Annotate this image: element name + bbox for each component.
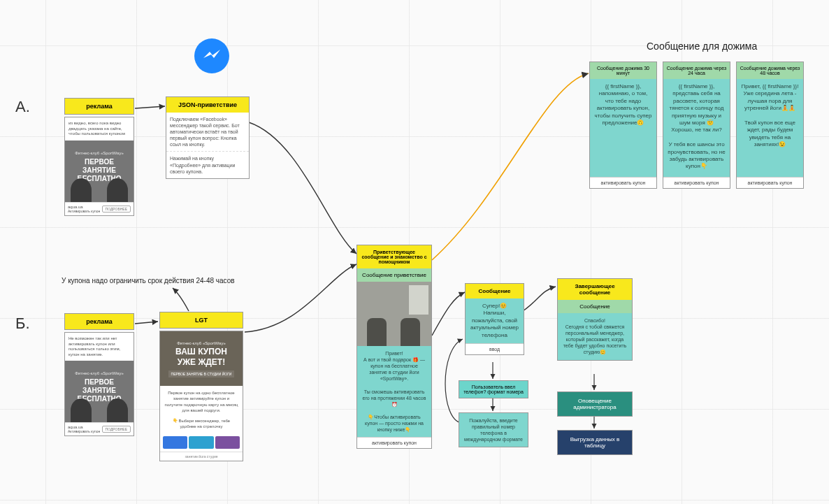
welcome-sub: Сообщение приветствие (357, 268, 431, 282)
push-24h-button[interactable]: активировать купон (663, 177, 730, 188)
json-p1: Подключаем «Facebook» мессенджер такой с… (166, 113, 249, 151)
push-48h-button[interactable]: активировать купон (737, 177, 803, 188)
coupon-note: У купона надо ограничить срок действия 2… (62, 277, 235, 285)
ad-b-more-button[interactable]: ПОДРОБНЕЕ (102, 426, 131, 433)
lgt-hero: Фитнес-клуб «SportWay» ВАШ КУПОН УЖЕ ЖДЕ… (160, 331, 243, 386)
welcome-msg: Привет! А вот и твой подарок 🎁 — купон н… (357, 346, 431, 437)
final-header: Завершающее сообщение (558, 279, 632, 300)
message-input[interactable]: ввод (466, 343, 524, 354)
ad-b-promo: Фитнес-клуб «SportWay» ПЕРВОЕ ЗАНЯТИЕ БЕ… (65, 361, 134, 422)
telegram-icon[interactable] (189, 436, 213, 449)
ad-a-cta: Активировать купон (68, 209, 100, 213)
section-b-label: Б. (15, 315, 30, 333)
facebook-icon[interactable] (163, 436, 187, 449)
welcome-header: Приветствующее сообщение и знакомство с … (357, 245, 431, 268)
yoga-image (357, 282, 431, 346)
lgt-body1: Первое купон на одно бесплатное занятие … (160, 386, 243, 418)
export-data[interactable]: Выгрузка данных в таблицу (557, 430, 633, 455)
viber-icon[interactable] (215, 436, 240, 449)
final-body: Спасибо! Сегодня с тобой свяжется персон… (558, 313, 632, 360)
notify-admin[interactable]: Оповещение администратора (557, 391, 633, 417)
ad-b-header: реклама (65, 314, 134, 329)
section-a-label: А. (15, 98, 30, 116)
phone-check: Пользователь ввел телефон? формат номера (459, 380, 528, 398)
push-24h[interactable]: Сообщение дожима через 24 часа {{ firstN… (663, 62, 730, 189)
welcome-card[interactable]: Приветствующее сообщение и знакомство с … (356, 245, 432, 449)
message-card[interactable]: Сообщение Супер!😊 Напиши, пожалуйста, св… (465, 283, 524, 355)
ad-a-promo: Фитнес-клуб «SportWay» ПЕРВОЕ ЗАНЯТИЕ БЕ… (65, 141, 134, 202)
ad-b-desc: Не возможен так или нет активировать куп… (65, 333, 134, 361)
messenger-icon (194, 38, 229, 73)
json-header: JSON-приветствие (166, 97, 249, 113)
ad-a-header: реклама (65, 99, 134, 114)
push-48h[interactable]: Сообщение дожима через 48 часов Привет, … (736, 62, 804, 189)
push-30min-button[interactable]: активировать купон (590, 177, 656, 188)
final-card[interactable]: Завершающее сообщение Сообщение Спасибо!… (557, 278, 633, 361)
ad-a-desc: из видео, всего пока видео двадцать указ… (65, 117, 134, 141)
welcome-activate-button[interactable]: активировать купон (357, 437, 431, 448)
message-header: Сообщение (466, 284, 524, 298)
message-body: Супер!😊 Напиши, пожалуйста, свой актуаль… (466, 298, 524, 343)
lgt-card[interactable]: LGT Фитнес-клуб «SportWay» ВАШ КУПОН УЖЕ… (159, 312, 243, 461)
lgt-messenger-icons[interactable] (160, 433, 243, 452)
json-card[interactable]: JSON-приветствие Подключаем «Facebook» м… (166, 96, 250, 179)
ad-b-card[interactable]: реклама Не возможен так или нет активиро… (64, 313, 134, 436)
ad-a-card[interactable]: реклама из видео, всего пока видео двадц… (64, 98, 134, 216)
push-30min[interactable]: Сообщение дожима 30 минут {{ firstName }… (589, 62, 657, 189)
lgt-body2: 👇 Выбери мессенджер, тебе удобнее на стр… (160, 418, 243, 434)
lgt-footer: занятие йога студия (160, 452, 243, 461)
push-title: Сообщение для дожима (647, 41, 757, 52)
phone-error: Пожалуйста, введите правильный номер тел… (459, 412, 528, 447)
final-sub: Сообщение (558, 300, 632, 313)
ad-a-more-button[interactable]: ПОДРОБНЕЕ (102, 206, 131, 213)
json-p2: Нажимай на кнопку «Подробнее» для актива… (166, 151, 249, 178)
lgt-header: LGT (160, 312, 243, 328)
